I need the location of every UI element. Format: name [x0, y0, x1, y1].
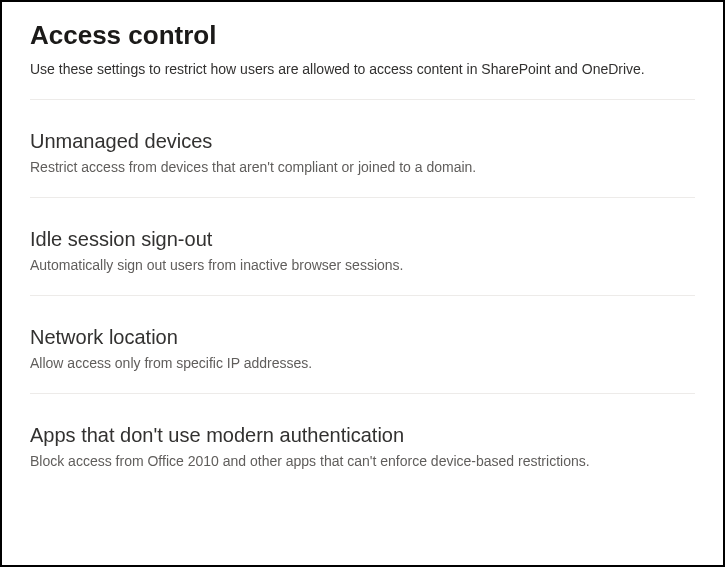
section-title: Unmanaged devices	[30, 130, 695, 153]
section-title: Apps that don't use modern authenticatio…	[30, 424, 695, 447]
section-title: Idle session sign-out	[30, 228, 695, 251]
section-desc: Automatically sign out users from inacti…	[30, 257, 695, 273]
section-legacy-apps[interactable]: Apps that don't use modern authenticatio…	[30, 394, 695, 491]
page-subtitle: Use these settings to restrict how users…	[30, 61, 695, 77]
section-unmanaged-devices[interactable]: Unmanaged devices Restrict access from d…	[30, 100, 695, 197]
section-network-location[interactable]: Network location Allow access only from …	[30, 296, 695, 393]
section-idle-session[interactable]: Idle session sign-out Automatically sign…	[30, 198, 695, 295]
section-desc: Restrict access from devices that aren't…	[30, 159, 695, 175]
section-title: Network location	[30, 326, 695, 349]
page-title: Access control	[30, 20, 695, 51]
section-desc: Block access from Office 2010 and other …	[30, 453, 695, 469]
section-desc: Allow access only from specific IP addre…	[30, 355, 695, 371]
